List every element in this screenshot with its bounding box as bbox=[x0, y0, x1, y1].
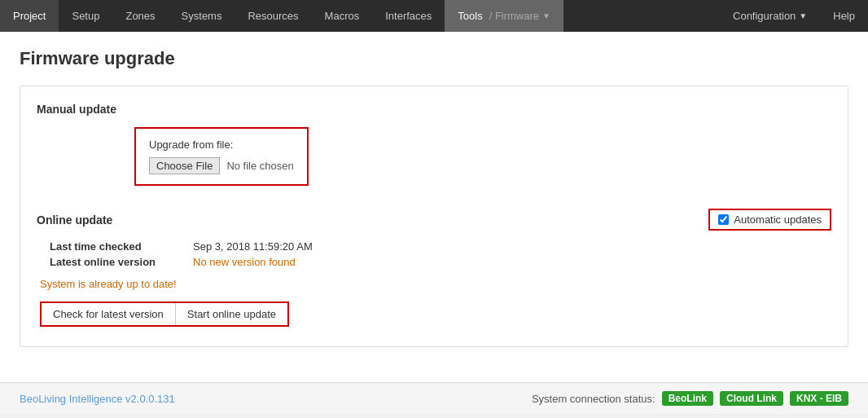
nav-tools-active[interactable]: Tools / Firmware ▼ bbox=[445, 0, 563, 32]
nav-configuration[interactable]: Configuration ▼ bbox=[720, 10, 820, 22]
automatic-updates-label: Automatic updates bbox=[734, 213, 822, 226]
automatic-updates-checkbox[interactable] bbox=[718, 214, 729, 225]
page-content: Firmware upgrade Manual update Upgrade f… bbox=[0, 32, 868, 382]
badge-cloud-link: Cloud Link bbox=[720, 391, 783, 406]
upgrade-from-file-label: Upgrade from file: bbox=[149, 139, 294, 151]
nav-help[interactable]: Help bbox=[820, 10, 868, 22]
nav-macros[interactable]: Macros bbox=[312, 0, 373, 32]
badge-knx-eib: KNX - EIB bbox=[790, 391, 848, 406]
online-update-title: Online update bbox=[37, 213, 112, 227]
footer-right: System connection status: BeoLink Cloud … bbox=[532, 391, 848, 406]
app-version-link[interactable]: BeoLiving Intelligence v2.0.0.131 bbox=[20, 393, 175, 405]
choose-file-button[interactable]: Choose File bbox=[149, 157, 220, 174]
info-table: Last time checked Sep 3, 2018 11:59:20 A… bbox=[50, 240, 831, 268]
footer-left: BeoLiving Intelligence v2.0.0.131 bbox=[20, 393, 175, 405]
file-input-row: Choose File No file chosen bbox=[149, 157, 294, 174]
automatic-updates-box: Automatic updates bbox=[708, 209, 831, 231]
nav-setup[interactable]: Setup bbox=[59, 0, 112, 32]
manual-update-title: Manual update bbox=[37, 103, 831, 116]
update-buttons-row: Check for latest version Start online up… bbox=[40, 301, 289, 327]
page-title: Firmware upgrade bbox=[20, 48, 848, 69]
nav-project[interactable]: Project bbox=[0, 0, 59, 32]
nav-resources[interactable]: Resources bbox=[235, 0, 311, 32]
manual-update-box: Upgrade from file: Choose File No file c… bbox=[134, 127, 309, 186]
main-panel: Manual update Upgrade from file: Choose … bbox=[20, 86, 848, 347]
online-update-header: Online update Automatic updates bbox=[37, 209, 831, 231]
nav-systems[interactable]: Systems bbox=[169, 0, 235, 32]
nav-zones[interactable]: Zones bbox=[112, 0, 168, 32]
connection-status-label: System connection status: bbox=[532, 393, 655, 405]
tools-label: Tools bbox=[458, 10, 482, 22]
last-checked-value: Sep 3, 2018 11:59:20 AM bbox=[193, 240, 313, 253]
config-dropdown-arrow: ▼ bbox=[799, 11, 807, 20]
last-checked-label: Last time checked bbox=[50, 240, 180, 253]
last-checked-row: Last time checked Sep 3, 2018 11:59:20 A… bbox=[50, 240, 831, 253]
manual-update-section: Manual update Upgrade from file: Choose … bbox=[37, 103, 831, 186]
config-area: Configuration ▼ Help bbox=[720, 0, 868, 32]
online-update-section: Online update Automatic updates Last tim… bbox=[37, 209, 831, 327]
start-online-update-button[interactable]: Start online update bbox=[176, 303, 287, 325]
no-file-label: No file chosen bbox=[226, 160, 293, 172]
nav-interfaces[interactable]: Interfaces bbox=[372, 0, 445, 32]
footer: BeoLiving Intelligence v2.0.0.131 System… bbox=[0, 382, 868, 414]
latest-version-row: Latest online version No new version fou… bbox=[50, 256, 831, 268]
firmware-label: / Firmware bbox=[489, 10, 539, 22]
navbar: Project Setup Zones Systems Resources Ma… bbox=[0, 0, 868, 32]
check-latest-version-button[interactable]: Check for latest version bbox=[42, 303, 176, 325]
latest-version-label: Latest online version bbox=[50, 256, 180, 268]
latest-version-value: No new version found bbox=[193, 256, 296, 268]
tools-dropdown-arrow: ▼ bbox=[542, 11, 550, 20]
badge-beolink: BeoLink bbox=[662, 391, 713, 406]
status-message: System is already up to date! bbox=[40, 278, 831, 290]
